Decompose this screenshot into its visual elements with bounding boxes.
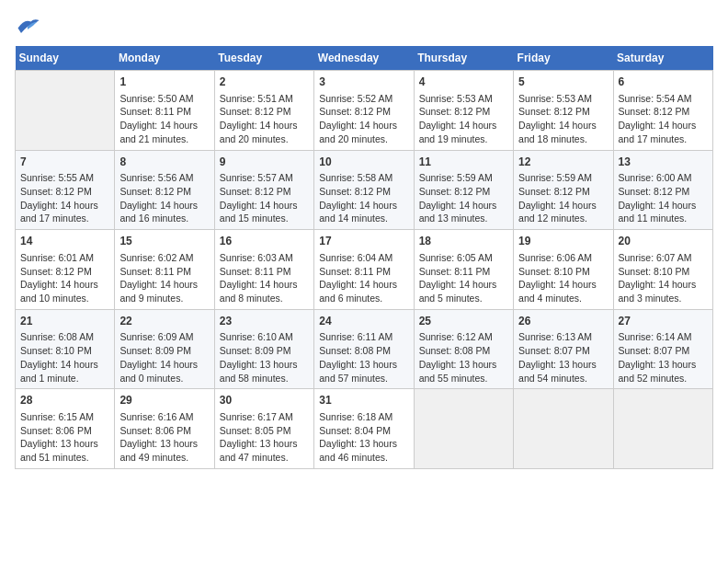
calendar-cell: 24Sunrise: 6:11 AM Sunset: 8:08 PM Dayli… [314,309,414,389]
day-header-monday: Monday [115,46,214,71]
calendar-cell: 4Sunrise: 5:53 AM Sunset: 8:12 PM Daylig… [414,71,513,151]
calendar-cell: 28Sunrise: 6:15 AM Sunset: 8:06 PM Dayli… [16,389,115,469]
day-number: 7 [20,155,109,170]
day-info: Sunrise: 6:15 AM Sunset: 8:06 PM Dayligh… [20,411,101,463]
day-number: 22 [119,314,209,329]
day-number: 12 [518,155,608,170]
day-info: Sunrise: 5:53 AM Sunset: 8:12 PM Dayligh… [419,93,500,144]
day-number: 3 [319,75,408,90]
day-number: 9 [220,155,309,170]
calendar-cell: 21Sunrise: 6:08 AM Sunset: 8:10 PM Dayli… [16,309,115,389]
day-number: 24 [319,314,408,329]
day-header-saturday: Saturday [613,46,712,71]
day-number: 31 [319,393,408,408]
day-info: Sunrise: 6:17 AM Sunset: 8:05 PM Dayligh… [220,411,301,463]
day-info: Sunrise: 6:01 AM Sunset: 8:12 PM Dayligh… [20,252,101,304]
day-info: Sunrise: 6:10 AM Sunset: 8:09 PM Dayligh… [220,331,301,383]
day-info: Sunrise: 6:16 AM Sunset: 8:06 PM Dayligh… [119,411,200,463]
day-number: 17 [319,234,408,249]
calendar-cell: 27Sunrise: 6:14 AM Sunset: 8:07 PM Dayli… [613,309,712,389]
calendar-cell: 19Sunrise: 6:06 AM Sunset: 8:10 PM Dayli… [514,230,613,310]
day-info: Sunrise: 5:57 AM Sunset: 8:12 PM Dayligh… [220,172,301,224]
day-number: 4 [419,75,508,90]
day-number: 21 [20,314,109,329]
calendar-cell: 8Sunrise: 5:56 AM Sunset: 8:12 PM Daylig… [115,150,214,230]
calendar-cell: 31Sunrise: 6:18 AM Sunset: 8:04 PM Dayli… [314,389,414,469]
calendar-cell: 17Sunrise: 6:04 AM Sunset: 8:11 PM Dayli… [314,230,414,310]
day-info: Sunrise: 6:06 AM Sunset: 8:10 PM Dayligh… [518,252,599,304]
calendar-cell: 29Sunrise: 6:16 AM Sunset: 8:06 PM Dayli… [115,389,214,469]
week-row-1: 1Sunrise: 5:50 AM Sunset: 8:11 PM Daylig… [16,71,713,151]
logo [15,15,44,35]
calendar-cell: 25Sunrise: 6:12 AM Sunset: 8:08 PM Dayli… [414,309,513,389]
calendar-cell: 1Sunrise: 5:50 AM Sunset: 8:11 PM Daylig… [115,71,214,151]
day-info: Sunrise: 6:00 AM Sunset: 8:12 PM Dayligh… [619,172,700,224]
calendar-cell [613,389,712,469]
day-number: 29 [119,393,209,408]
day-info: Sunrise: 5:54 AM Sunset: 8:12 PM Dayligh… [619,93,700,144]
day-number: 28 [20,393,109,408]
day-number: 18 [419,234,508,249]
day-number: 10 [319,155,408,170]
calendar-cell: 13Sunrise: 6:00 AM Sunset: 8:12 PM Dayli… [613,150,712,230]
day-number: 27 [619,314,708,329]
day-number: 26 [518,314,608,329]
calendar-cell: 16Sunrise: 6:03 AM Sunset: 8:11 PM Dayli… [214,230,313,310]
day-info: Sunrise: 6:12 AM Sunset: 8:08 PM Dayligh… [419,331,500,383]
day-info: Sunrise: 6:14 AM Sunset: 8:07 PM Dayligh… [619,331,700,383]
calendar-cell [514,389,613,469]
week-row-3: 14Sunrise: 6:01 AM Sunset: 8:12 PM Dayli… [16,230,713,310]
calendar-cell [414,389,513,469]
calendar-cell [16,71,115,151]
calendar-cell: 26Sunrise: 6:13 AM Sunset: 8:07 PM Dayli… [514,309,613,389]
logo-icon [15,15,40,35]
calendar-cell: 12Sunrise: 5:59 AM Sunset: 8:12 PM Dayli… [514,150,613,230]
week-row-4: 21Sunrise: 6:08 AM Sunset: 8:10 PM Dayli… [16,309,713,389]
calendar-cell: 2Sunrise: 5:51 AM Sunset: 8:12 PM Daylig… [214,71,313,151]
header-row: SundayMondayTuesdayWednesdayThursdayFrid… [16,46,713,71]
header [15,15,713,35]
week-row-5: 28Sunrise: 6:15 AM Sunset: 8:06 PM Dayli… [16,389,713,469]
calendar-cell: 5Sunrise: 5:53 AM Sunset: 8:12 PM Daylig… [514,71,613,151]
calendar-cell: 11Sunrise: 5:59 AM Sunset: 8:12 PM Dayli… [414,150,513,230]
calendar-cell: 14Sunrise: 6:01 AM Sunset: 8:12 PM Dayli… [16,230,115,310]
day-info: Sunrise: 6:05 AM Sunset: 8:11 PM Dayligh… [419,252,500,304]
day-info: Sunrise: 5:59 AM Sunset: 8:12 PM Dayligh… [518,172,599,224]
calendar-cell: 10Sunrise: 5:58 AM Sunset: 8:12 PM Dayli… [314,150,414,230]
day-info: Sunrise: 6:09 AM Sunset: 8:09 PM Dayligh… [119,331,200,383]
day-header-wednesday: Wednesday [314,46,414,71]
week-row-2: 7Sunrise: 5:55 AM Sunset: 8:12 PM Daylig… [16,150,713,230]
day-number: 11 [419,155,508,170]
day-info: Sunrise: 6:08 AM Sunset: 8:10 PM Dayligh… [20,331,101,383]
day-info: Sunrise: 6:13 AM Sunset: 8:07 PM Dayligh… [518,331,599,383]
calendar-cell: 7Sunrise: 5:55 AM Sunset: 8:12 PM Daylig… [16,150,115,230]
day-info: Sunrise: 5:52 AM Sunset: 8:12 PM Dayligh… [319,93,400,144]
day-number: 23 [220,314,309,329]
day-number: 2 [220,75,309,90]
calendar-cell: 22Sunrise: 6:09 AM Sunset: 8:09 PM Dayli… [115,309,214,389]
day-info: Sunrise: 6:18 AM Sunset: 8:04 PM Dayligh… [319,411,400,463]
day-info: Sunrise: 5:50 AM Sunset: 8:11 PM Dayligh… [119,93,200,144]
calendar-cell: 15Sunrise: 6:02 AM Sunset: 8:11 PM Dayli… [115,230,214,310]
day-info: Sunrise: 5:51 AM Sunset: 8:12 PM Dayligh… [220,93,301,144]
day-info: Sunrise: 5:55 AM Sunset: 8:12 PM Dayligh… [20,172,101,224]
calendar-cell: 3Sunrise: 5:52 AM Sunset: 8:12 PM Daylig… [314,71,414,151]
day-number: 20 [619,234,708,249]
day-info: Sunrise: 6:11 AM Sunset: 8:08 PM Dayligh… [319,331,400,383]
day-number: 13 [619,155,708,170]
day-number: 15 [119,234,209,249]
day-info: Sunrise: 6:07 AM Sunset: 8:10 PM Dayligh… [619,252,700,304]
day-header-tuesday: Tuesday [214,46,313,71]
day-header-sunday: Sunday [16,46,115,71]
day-number: 25 [419,314,508,329]
day-number: 16 [220,234,309,249]
calendar-cell: 20Sunrise: 6:07 AM Sunset: 8:10 PM Dayli… [613,230,712,310]
calendar-cell: 23Sunrise: 6:10 AM Sunset: 8:09 PM Dayli… [214,309,313,389]
calendar-cell: 6Sunrise: 5:54 AM Sunset: 8:12 PM Daylig… [613,71,712,151]
day-info: Sunrise: 5:53 AM Sunset: 8:12 PM Dayligh… [518,93,599,144]
day-number: 1 [119,75,209,90]
day-info: Sunrise: 5:58 AM Sunset: 8:12 PM Dayligh… [319,172,400,224]
day-number: 14 [20,234,109,249]
day-info: Sunrise: 6:02 AM Sunset: 8:11 PM Dayligh… [119,252,200,304]
day-info: Sunrise: 5:56 AM Sunset: 8:12 PM Dayligh… [119,172,200,224]
